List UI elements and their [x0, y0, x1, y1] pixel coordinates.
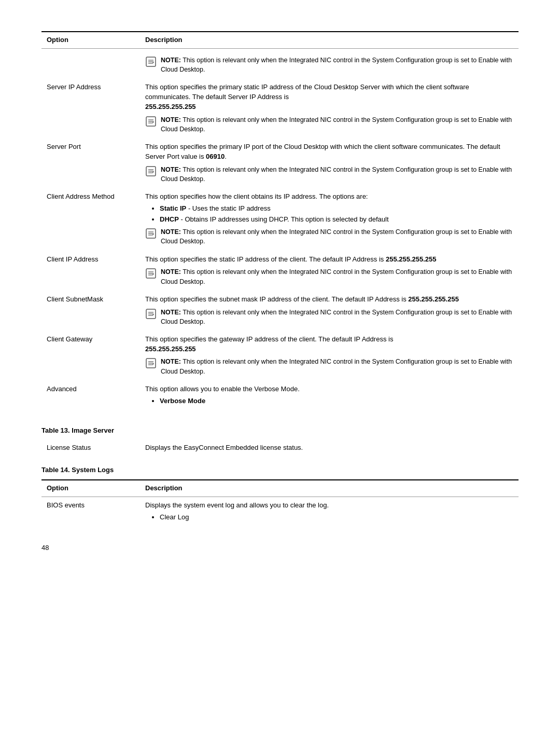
- note-icon: [145, 357, 157, 369]
- note-box: NOTE: This option is relevant only when …: [145, 56, 513, 74]
- note-icon: [145, 308, 157, 320]
- desc-text: This option specifies the primary IP por…: [145, 143, 500, 160]
- table14-column-headers: Option Description: [41, 480, 519, 497]
- note-text: NOTE: This option is relevant only when …: [161, 115, 513, 134]
- note-text: NOTE: This option is relevant only when …: [161, 267, 513, 286]
- option-cell: Client IP Address: [41, 251, 140, 291]
- description-cell: This option allows you to enable the Ver…: [140, 381, 519, 412]
- table-row: Server Port This option specifies the pr…: [41, 139, 519, 188]
- option-cell: Server Port: [41, 139, 140, 188]
- desc-text: This option specifies the primary static…: [145, 83, 469, 101]
- option-cell: [41, 48, 140, 79]
- table13-header: Table 13. Image Server: [41, 426, 519, 436]
- col-description-header: Description: [145, 484, 183, 493]
- description-cell: This option specifies the subnet mask IP…: [140, 291, 519, 331]
- desc-text: This option specifies the static IP addr…: [145, 255, 386, 263]
- note-icon: [145, 116, 157, 127]
- description-cell: Displays the EasyConnect Embedded licens…: [140, 440, 519, 456]
- table-row: BIOS events Displays the system event lo…: [41, 497, 519, 528]
- description-cell: This option specifies the static IP addr…: [140, 251, 519, 291]
- default-value: 255.255.255.255: [145, 103, 196, 111]
- bullet-list: Static IP - Uses the static IP address D…: [160, 204, 513, 225]
- list-item: Static IP - Uses the static IP address: [160, 204, 513, 214]
- table14-header: Table 14. System Logs: [41, 465, 519, 475]
- option-cell: Client SubnetMask: [41, 291, 140, 331]
- note-icon: [145, 56, 157, 67]
- option-cell: License Status: [41, 440, 140, 456]
- note-box: NOTE: This option is relevant only when …: [145, 227, 513, 246]
- description-cell: This option specifies the primary IP por…: [140, 139, 519, 188]
- desc-text: This option specifies the subnet mask IP…: [145, 295, 459, 303]
- note-box: NOTE: This option is relevant only when …: [145, 115, 513, 134]
- bullet-list: Clear Log: [160, 513, 513, 522]
- desc-text: This option specifies the gateway IP add…: [145, 335, 393, 343]
- table-row: Client Gateway This option specifies the…: [41, 331, 519, 381]
- description-cell: NOTE: This option is relevant only when …: [140, 48, 519, 79]
- default-value: 255.255.255.255: [145, 345, 196, 353]
- desc-text: This option allows you to enable the Ver…: [145, 385, 300, 393]
- option-cell: Advanced: [41, 381, 140, 412]
- table14: Option Description BIOS events Displays …: [41, 479, 519, 528]
- note-box: NOTE: This option is relevant only when …: [145, 308, 513, 326]
- description-cell: This option specifies how the client obt…: [140, 188, 519, 251]
- table-row: Client SubnetMask This option specifies …: [41, 291, 519, 331]
- bullet-list: Verbose Mode: [160, 396, 513, 406]
- option-cell: Server IP Address: [41, 79, 140, 139]
- table-row: Advanced This option allows you to enabl…: [41, 381, 519, 412]
- list-item: Clear Log: [160, 513, 513, 522]
- note-text: NOTE: This option is relevant only when …: [161, 56, 513, 74]
- note-text: NOTE: This option is relevant only when …: [161, 227, 513, 246]
- main-table: Option Description NOTE: This option is …: [41, 31, 519, 411]
- option-cell: BIOS events: [47, 501, 145, 511]
- col-option-header: Option: [47, 484, 145, 493]
- col-description-header: Description: [140, 32, 519, 48]
- note-box: NOTE: This option is relevant only when …: [145, 267, 513, 286]
- table-row: Client Address Method This option specif…: [41, 188, 519, 251]
- table-row: Server IP Address This option specifies …: [41, 79, 519, 139]
- note-text: NOTE: This option is relevant only when …: [161, 357, 513, 376]
- option-cell: Client Address Method: [41, 188, 140, 251]
- page-number: 48: [41, 543, 519, 553]
- default-value: 255.255.255.255: [386, 255, 437, 263]
- description-cell: This option specifies the primary static…: [140, 79, 519, 139]
- col-option-header: Option: [41, 32, 140, 48]
- note-icon: [145, 268, 157, 279]
- note-box: NOTE: This option is relevant only when …: [145, 357, 513, 376]
- description-cell: This option specifies the gateway IP add…: [140, 331, 519, 381]
- table13: License Status Displays the EasyConnect …: [41, 440, 519, 456]
- table-row: Client IP Address This option specifies …: [41, 251, 519, 291]
- list-item: DHCP - Obtains IP addresses using DHCP. …: [160, 215, 513, 225]
- note-icon: [145, 166, 157, 177]
- option-cell: Client Gateway: [41, 331, 140, 381]
- description-cell: Displays the system event log and allows…: [145, 501, 513, 525]
- table-row: NOTE: This option is relevant only when …: [41, 48, 519, 79]
- note-box: NOTE: This option is relevant only when …: [145, 165, 513, 184]
- desc-text: This option specifies how the client obt…: [145, 192, 368, 200]
- table-row: License Status Displays the EasyConnect …: [41, 440, 519, 456]
- note-icon: [145, 228, 157, 239]
- desc-text: Displays the system event log and allows…: [145, 501, 329, 509]
- note-text: NOTE: This option is relevant only when …: [161, 308, 513, 326]
- list-item: Verbose Mode: [160, 396, 513, 406]
- note-text: NOTE: This option is relevant only when …: [161, 165, 513, 184]
